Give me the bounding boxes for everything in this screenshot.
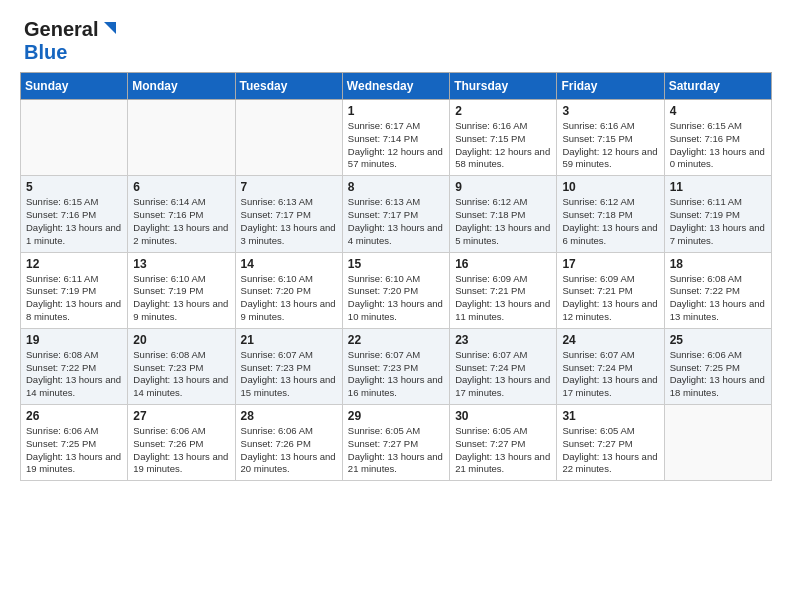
sunset-info: Sunset: 7:25 PM (670, 362, 766, 375)
sunrise-info: Sunrise: 6:07 AM (348, 349, 444, 362)
day-number: 16 (455, 257, 551, 271)
daylight-info: Daylight: 13 hours and 15 minutes. (241, 374, 337, 400)
day-number: 6 (133, 180, 229, 194)
daylight-info: Daylight: 12 hours and 58 minutes. (455, 146, 551, 172)
page-header: General Blue (0, 0, 792, 72)
daylight-info: Daylight: 13 hours and 14 minutes. (133, 374, 229, 400)
daylight-info: Daylight: 13 hours and 21 minutes. (455, 451, 551, 477)
daylight-info: Daylight: 13 hours and 5 minutes. (455, 222, 551, 248)
calendar-cell: 10Sunrise: 6:12 AMSunset: 7:18 PMDayligh… (557, 176, 664, 252)
day-number: 23 (455, 333, 551, 347)
calendar-cell: 14Sunrise: 6:10 AMSunset: 7:20 PMDayligh… (235, 252, 342, 328)
calendar-cell: 27Sunrise: 6:06 AMSunset: 7:26 PMDayligh… (128, 405, 235, 481)
daylight-info: Daylight: 13 hours and 2 minutes. (133, 222, 229, 248)
sunset-info: Sunset: 7:24 PM (562, 362, 658, 375)
sunset-info: Sunset: 7:27 PM (455, 438, 551, 451)
calendar-cell: 9Sunrise: 6:12 AMSunset: 7:18 PMDaylight… (450, 176, 557, 252)
sunset-info: Sunset: 7:16 PM (670, 133, 766, 146)
calendar-table: Sunday Monday Tuesday Wednesday Thursday… (20, 72, 772, 481)
header-wednesday: Wednesday (342, 73, 449, 100)
header-sunday: Sunday (21, 73, 128, 100)
calendar-cell: 29Sunrise: 6:05 AMSunset: 7:27 PMDayligh… (342, 405, 449, 481)
calendar-cell (21, 100, 128, 176)
calendar-container: Sunday Monday Tuesday Wednesday Thursday… (0, 72, 792, 491)
sunset-info: Sunset: 7:19 PM (26, 285, 122, 298)
day-number: 24 (562, 333, 658, 347)
sunset-info: Sunset: 7:25 PM (26, 438, 122, 451)
day-number: 30 (455, 409, 551, 423)
day-number: 5 (26, 180, 122, 194)
calendar-cell: 6Sunrise: 6:14 AMSunset: 7:16 PMDaylight… (128, 176, 235, 252)
calendar-cell: 13Sunrise: 6:10 AMSunset: 7:19 PMDayligh… (128, 252, 235, 328)
daylight-info: Daylight: 13 hours and 1 minute. (26, 222, 122, 248)
logo-general-text: General (24, 18, 98, 41)
daylight-info: Daylight: 12 hours and 57 minutes. (348, 146, 444, 172)
day-number: 21 (241, 333, 337, 347)
sunrise-info: Sunrise: 6:13 AM (348, 196, 444, 209)
daylight-info: Daylight: 13 hours and 9 minutes. (133, 298, 229, 324)
day-number: 1 (348, 104, 444, 118)
sunrise-info: Sunrise: 6:09 AM (455, 273, 551, 286)
day-number: 11 (670, 180, 766, 194)
sunrise-info: Sunrise: 6:10 AM (241, 273, 337, 286)
logo: General Blue (24, 18, 118, 64)
sunrise-info: Sunrise: 6:14 AM (133, 196, 229, 209)
logo-arrow-icon (100, 20, 118, 38)
day-number: 20 (133, 333, 229, 347)
sunset-info: Sunset: 7:17 PM (348, 209, 444, 222)
day-number: 29 (348, 409, 444, 423)
sunrise-info: Sunrise: 6:12 AM (455, 196, 551, 209)
header-saturday: Saturday (664, 73, 771, 100)
calendar-cell: 15Sunrise: 6:10 AMSunset: 7:20 PMDayligh… (342, 252, 449, 328)
calendar-cell: 30Sunrise: 6:05 AMSunset: 7:27 PMDayligh… (450, 405, 557, 481)
svg-marker-0 (104, 22, 116, 34)
daylight-info: Daylight: 13 hours and 11 minutes. (455, 298, 551, 324)
sunset-info: Sunset: 7:21 PM (455, 285, 551, 298)
day-number: 22 (348, 333, 444, 347)
calendar-cell: 17Sunrise: 6:09 AMSunset: 7:21 PMDayligh… (557, 252, 664, 328)
sunrise-info: Sunrise: 6:10 AM (133, 273, 229, 286)
sunrise-info: Sunrise: 6:06 AM (26, 425, 122, 438)
sunset-info: Sunset: 7:16 PM (26, 209, 122, 222)
sunset-info: Sunset: 7:24 PM (455, 362, 551, 375)
day-number: 10 (562, 180, 658, 194)
day-number: 27 (133, 409, 229, 423)
day-number: 26 (26, 409, 122, 423)
header-thursday: Thursday (450, 73, 557, 100)
calendar-cell: 3Sunrise: 6:16 AMSunset: 7:15 PMDaylight… (557, 100, 664, 176)
sunrise-info: Sunrise: 6:06 AM (241, 425, 337, 438)
sunrise-info: Sunrise: 6:07 AM (562, 349, 658, 362)
calendar-cell: 31Sunrise: 6:05 AMSunset: 7:27 PMDayligh… (557, 405, 664, 481)
sunset-info: Sunset: 7:22 PM (670, 285, 766, 298)
daylight-info: Daylight: 13 hours and 0 minutes. (670, 146, 766, 172)
sunrise-info: Sunrise: 6:05 AM (455, 425, 551, 438)
day-number: 8 (348, 180, 444, 194)
day-number: 12 (26, 257, 122, 271)
calendar-cell: 11Sunrise: 6:11 AMSunset: 7:19 PMDayligh… (664, 176, 771, 252)
daylight-info: Daylight: 13 hours and 22 minutes. (562, 451, 658, 477)
day-number: 2 (455, 104, 551, 118)
calendar-cell: 22Sunrise: 6:07 AMSunset: 7:23 PMDayligh… (342, 328, 449, 404)
week-row-5: 26Sunrise: 6:06 AMSunset: 7:25 PMDayligh… (21, 405, 772, 481)
day-number: 15 (348, 257, 444, 271)
sunset-info: Sunset: 7:27 PM (562, 438, 658, 451)
header-friday: Friday (557, 73, 664, 100)
day-number: 31 (562, 409, 658, 423)
sunset-info: Sunset: 7:15 PM (455, 133, 551, 146)
day-number: 14 (241, 257, 337, 271)
calendar-cell: 2Sunrise: 6:16 AMSunset: 7:15 PMDaylight… (450, 100, 557, 176)
sunset-info: Sunset: 7:21 PM (562, 285, 658, 298)
daylight-info: Daylight: 13 hours and 10 minutes. (348, 298, 444, 324)
sunset-info: Sunset: 7:16 PM (133, 209, 229, 222)
calendar-cell: 18Sunrise: 6:08 AMSunset: 7:22 PMDayligh… (664, 252, 771, 328)
daylight-info: Daylight: 13 hours and 19 minutes. (133, 451, 229, 477)
calendar-cell: 25Sunrise: 6:06 AMSunset: 7:25 PMDayligh… (664, 328, 771, 404)
sunset-info: Sunset: 7:18 PM (455, 209, 551, 222)
day-number: 4 (670, 104, 766, 118)
daylight-info: Daylight: 13 hours and 16 minutes. (348, 374, 444, 400)
daylight-info: Daylight: 13 hours and 17 minutes. (562, 374, 658, 400)
daylight-info: Daylight: 13 hours and 19 minutes. (26, 451, 122, 477)
sunrise-info: Sunrise: 6:05 AM (562, 425, 658, 438)
sunrise-info: Sunrise: 6:11 AM (26, 273, 122, 286)
daylight-info: Daylight: 13 hours and 9 minutes. (241, 298, 337, 324)
